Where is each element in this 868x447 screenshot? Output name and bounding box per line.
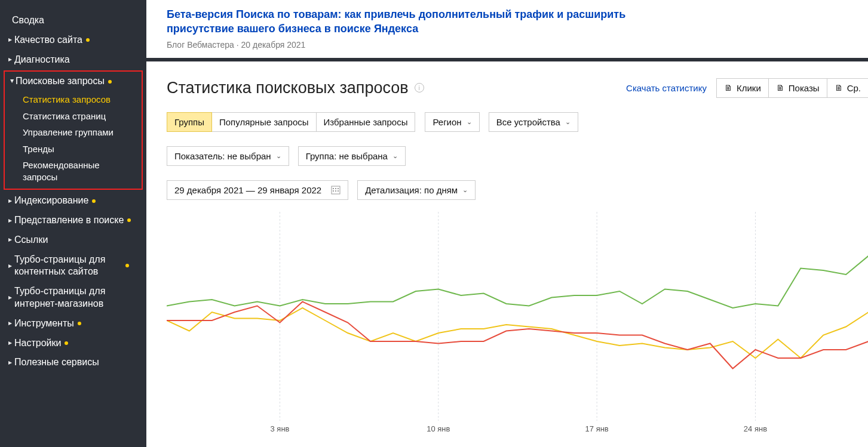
caret-right-icon: ▸ [8, 261, 13, 271]
caret-right-icon: ▸ [8, 319, 13, 328]
caret-right-icon: ▸ [8, 235, 13, 245]
chevron-down-icon: ⌄ [276, 152, 281, 160]
status-dot-icon [92, 199, 96, 203]
sidebar-item-quality[interactable]: ▸ Качество сайта [0, 30, 146, 50]
sidebar-item-links[interactable]: ▸ Ссылки [0, 230, 146, 250]
export-shows-button[interactable]: 🗎 Показы [768, 78, 827, 98]
calendar-icon [331, 185, 341, 195]
export-avg-button[interactable]: 🗎 Ср. [827, 78, 868, 98]
banner-title: Бета-версия Поиска по товарам: как привл… [167, 7, 662, 36]
svg-rect-1 [333, 188, 334, 189]
svg-rect-2 [335, 188, 336, 189]
sidebar-item-summary[interactable]: Сводка [0, 11, 146, 30]
tab-groups[interactable]: Группы [167, 112, 212, 132]
sidebar-item-presentation[interactable]: ▸ Представление в поиске [0, 211, 146, 230]
sidebar-item-turbo-ecom[interactable]: ▸ Турбо-страницы для интернет-магазинов [0, 282, 146, 314]
x-tick: 10 янв [427, 424, 450, 433]
document-icon: 🗎 [724, 83, 732, 93]
caret-right-icon: ▸ [8, 35, 13, 45]
status-dot-icon [125, 264, 129, 267]
indicator-select[interactable]: Показатель: не выбран ⌄ [167, 146, 289, 166]
caret-right-icon: ▸ [8, 196, 13, 206]
line-chart [167, 212, 868, 421]
sidebar-sub-manage-groups[interactable]: Управление группами [5, 124, 142, 141]
status-dot-icon [78, 322, 81, 325]
region-select[interactable]: Регион ⌄ [425, 112, 479, 132]
chart-container: 3 янв10 янв17 янв24 янв [167, 212, 868, 439]
sidebar: Сводка ▸ Качество сайта ▸ Диагностика ▸ … [0, 0, 146, 447]
sidebar-item-services[interactable]: ▸ Полезные сервисы [0, 353, 146, 372]
chevron-down-icon: ⌄ [565, 118, 571, 126]
caret-right-icon: ▸ [8, 358, 13, 368]
x-tick: 3 янв [271, 424, 290, 433]
caret-right-icon: ▸ [8, 55, 13, 64]
caret-right-icon: ▸ [8, 216, 13, 226]
sidebar-item-settings[interactable]: ▸ Настройки [0, 334, 146, 353]
sidebar-sub-page-stats[interactable]: Статистика страниц [5, 108, 142, 125]
sidebar-group-search-queries: ▸ Поисковые запросы Статистика запросов … [4, 70, 143, 190]
news-banner[interactable]: Бета-версия Поиска по товарам: как привл… [146, 0, 868, 61]
status-dot-icon [127, 218, 131, 222]
document-icon: 🗎 [776, 83, 784, 93]
sidebar-sub-trends[interactable]: Тренды [5, 141, 142, 158]
chart-x-axis: 3 янв10 янв17 янв24 янв [167, 421, 868, 439]
status-dot-icon [108, 80, 112, 84]
page-title: Статистика поисковых запросов [167, 79, 409, 97]
x-tick: 17 янв [585, 424, 609, 433]
status-dot-icon [86, 38, 90, 42]
caret-down-icon: ▸ [7, 79, 17, 84]
sidebar-item-search-queries[interactable]: ▸ Поисковые запросы [5, 72, 142, 91]
caret-right-icon: ▸ [8, 338, 13, 348]
banner-meta: Блог Вебмастера · 20 декабря 2021 [167, 40, 868, 50]
sidebar-item-diagnostics[interactable]: ▸ Диагностика [0, 50, 146, 70]
svg-rect-0 [332, 186, 340, 194]
status-dot-icon [65, 341, 68, 345]
chevron-down-icon: ⌄ [467, 118, 472, 126]
devices-select[interactable]: Все устройства ⌄ [489, 112, 578, 132]
query-tabs: Группы Популярные запросы Избранные запр… [167, 112, 415, 132]
sidebar-item-tools[interactable]: ▸ Инструменты [0, 314, 146, 334]
download-stats-link[interactable]: Скачать статистику [626, 83, 707, 93]
svg-rect-6 [338, 190, 339, 192]
svg-rect-3 [338, 188, 339, 189]
export-clicks-button[interactable]: 🗎 Клики [716, 78, 769, 98]
document-icon: 🗎 [835, 83, 843, 93]
group-select[interactable]: Группа: не выбрана ⌄ [298, 146, 406, 166]
caret-right-icon: ▸ [8, 293, 13, 303]
date-range-picker[interactable]: 29 декабря 2021 — 29 января 2022 [167, 180, 348, 200]
svg-rect-5 [335, 190, 336, 192]
x-tick: 24 янв [744, 424, 767, 433]
svg-rect-4 [333, 190, 334, 192]
sidebar-sub-recommended[interactable]: Рекомендованные запросы [5, 157, 142, 185]
sidebar-item-indexing[interactable]: ▸ Индексирование [0, 191, 146, 211]
detail-select[interactable]: Детализация: по дням ⌄ [357, 180, 476, 200]
sidebar-sub-query-stats[interactable]: Статистика запросов [5, 91, 142, 108]
tab-popular[interactable]: Популярные запросы [211, 112, 317, 132]
sidebar-item-turbo-content[interactable]: ▸ Турбо-страницы для контентных сайтов [0, 250, 146, 282]
chevron-down-icon: ⌄ [462, 186, 468, 194]
main-content: Бета-версия Поиска по товарам: как привл… [146, 0, 868, 447]
tab-favorites[interactable]: Избранные запросы [316, 112, 416, 132]
chevron-down-icon: ⌄ [392, 152, 398, 160]
info-icon[interactable]: i [415, 83, 424, 93]
